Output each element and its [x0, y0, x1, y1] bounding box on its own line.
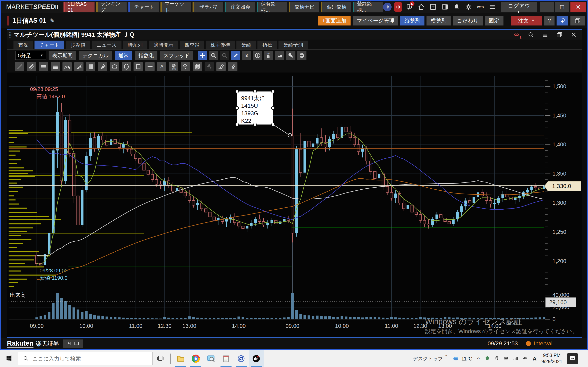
battery-icon[interactable]	[503, 355, 509, 362]
icon-stamp-button[interactable]: ICON	[169, 62, 178, 71]
multitool-title-bar[interactable]: ⣿ マルチツール(個別銘柄) 9941 太洋物産 ＪＱ 1	[7, 30, 582, 40]
technical-button[interactable]: テクニカル	[79, 51, 112, 60]
wrench-button[interactable]	[286, 51, 295, 60]
shield-icon[interactable]	[484, 355, 490, 362]
search-input[interactable]	[32, 355, 142, 362]
taskbar-search[interactable]	[18, 352, 153, 365]
top-tab-5[interactable]: ザラバ7	[192, 2, 223, 12]
normal-mode-button[interactable]: 通常	[115, 51, 132, 60]
top-tab-4[interactable]: マーケット	[160, 2, 191, 12]
menu-button[interactable]	[488, 2, 497, 12]
chrome-taskbar-button[interactable]	[188, 350, 203, 367]
side-panel-button[interactable]	[440, 2, 450, 12]
interval-select[interactable]: 5分足 ▼	[15, 51, 46, 60]
horizontal-segment-button[interactable]	[145, 62, 155, 71]
eraser-button[interactable]	[216, 62, 226, 71]
crosshair-button[interactable]	[198, 51, 207, 60]
tab-指標[interactable]: 指標	[258, 41, 277, 49]
yen-button[interactable]: ¥	[242, 51, 251, 60]
tab-市況[interactable]: 市況	[13, 41, 33, 49]
vertical-align-button[interactable]: 縦整列	[400, 16, 424, 25]
three-lines-button[interactable]	[39, 62, 48, 71]
notification-center-button[interactable]	[567, 353, 578, 364]
top-tab-3[interactable]: チャート	[129, 2, 159, 12]
marketspeed-taskbar-button[interactable]	[249, 350, 264, 367]
edit-page-name-icon[interactable]: ✎	[49, 17, 54, 24]
pentagon-button[interactable]	[110, 62, 119, 71]
top-tab-8[interactable]: 銘柄ナビ	[289, 2, 319, 12]
indexed-mode-button[interactable]: 指数化	[135, 51, 157, 60]
remote-desktop-taskbar-button[interactable]	[203, 350, 218, 367]
ellipse-button[interactable]	[122, 62, 131, 71]
maximize-button[interactable]: □	[555, 2, 569, 12]
home-button[interactable]	[416, 2, 426, 12]
chart-app-button[interactable]	[394, 2, 402, 12]
top-tab-7[interactable]: 保有銘柄...	[257, 2, 287, 12]
text-label-button[interactable]: A	[157, 62, 166, 71]
eraser-all-button[interactable]: A	[228, 62, 237, 71]
logout-button[interactable]: ログアウト	[501, 2, 537, 12]
task-view-button[interactable]	[153, 350, 168, 367]
network-icon[interactable]	[513, 355, 518, 362]
drag-grip-icon[interactable]: ⣿	[8, 32, 11, 38]
desktop-widget-button[interactable]: デスクトップ»	[413, 355, 447, 362]
tab-四季報[interactable]: 四季報	[180, 41, 204, 49]
float-window-button[interactable]	[571, 16, 585, 25]
my-chart-button[interactable]: MY	[264, 51, 273, 60]
tab-時系列[interactable]: 時系列	[123, 41, 147, 49]
link-pin-button[interactable]: 1	[512, 31, 521, 39]
horizontal-align-button[interactable]: 横整列	[426, 16, 450, 25]
add-window-button[interactable]	[428, 2, 438, 12]
tab-株主優待[interactable]: 株主優待	[206, 41, 235, 49]
pin-button[interactable]: 固定	[485, 16, 503, 25]
fan-lines-button[interactable]	[74, 62, 84, 71]
bell-button[interactable]	[452, 2, 461, 12]
trend-line-button[interactable]	[15, 62, 24, 71]
tab-適時開示[interactable]: 適時開示	[149, 41, 178, 49]
hatch-pencil-button[interactable]	[27, 62, 36, 71]
kodawari-button[interactable]: こだわり	[453, 16, 483, 25]
tab-業績予測[interactable]: 業績予測	[278, 41, 308, 49]
draw-pencil-button[interactable]	[231, 51, 240, 60]
top-tab-9[interactable]: 個別銘柄	[321, 2, 351, 12]
notification-button[interactable]: N	[405, 2, 414, 12]
area-chart-button[interactable]	[275, 51, 285, 60]
close-x-button[interactable]	[570, 31, 578, 39]
minimize-button[interactable]: −	[540, 2, 554, 12]
display-period-button[interactable]: 表示期間	[49, 51, 76, 60]
notepad-taskbar-button[interactable]	[218, 350, 233, 367]
volume-icon[interactable]	[522, 355, 528, 362]
app-circle-button[interactable]	[383, 3, 392, 11]
top-tab-6[interactable]: 注文照会	[225, 2, 255, 12]
weather-widget[interactable]: 11°C	[452, 354, 472, 363]
tray-expand-button[interactable]: ^	[477, 356, 480, 361]
help-button[interactable]: ?	[544, 16, 554, 25]
rectangle-button[interactable]	[134, 62, 143, 71]
tab-業績[interactable]: 業績	[236, 41, 256, 49]
file-explorer-taskbar-button[interactable]	[173, 350, 188, 367]
printer-button[interactable]	[297, 51, 306, 60]
ray-lines-button[interactable]	[98, 62, 107, 71]
menu-big-button[interactable]	[541, 31, 549, 39]
ime-indicator[interactable]: A	[533, 356, 536, 362]
four-lines-button[interactable]	[51, 62, 60, 71]
tab-ニュース[interactable]: ニュース	[92, 41, 121, 49]
web-button[interactable]: WEB	[476, 2, 485, 12]
price-chart[interactable]: 1,5001,4501,4001,3501,3001,2501,20040,00…	[7, 73, 582, 337]
tab-チャート[interactable]: チャート	[35, 41, 64, 49]
tab-歩み値[interactable]: 歩み値	[66, 41, 90, 49]
info-button[interactable]	[253, 51, 262, 60]
top-tab-10[interactable]: 登録銘柄...	[353, 2, 383, 12]
status-panel-button[interactable]	[63, 340, 83, 348]
add-screen-button[interactable]: +画面追加	[318, 16, 351, 25]
spread-mode-button[interactable]: スプレッド	[160, 51, 193, 60]
top-tab-1[interactable]: 1日信AS 01	[63, 2, 95, 12]
order-button[interactable]: 注文▼	[511, 16, 542, 25]
settings-gear-button[interactable]	[464, 2, 473, 12]
taskbar-clock[interactable]: 9:53 PM 9/29/2021	[541, 352, 562, 365]
mypage-manage-button[interactable]: マイページ管理	[353, 16, 398, 25]
quick-link-button[interactable]	[557, 16, 568, 25]
search-button[interactable]	[527, 31, 535, 39]
start-button[interactable]	[0, 350, 18, 367]
top-tab-2[interactable]: ランキング	[96, 2, 127, 12]
